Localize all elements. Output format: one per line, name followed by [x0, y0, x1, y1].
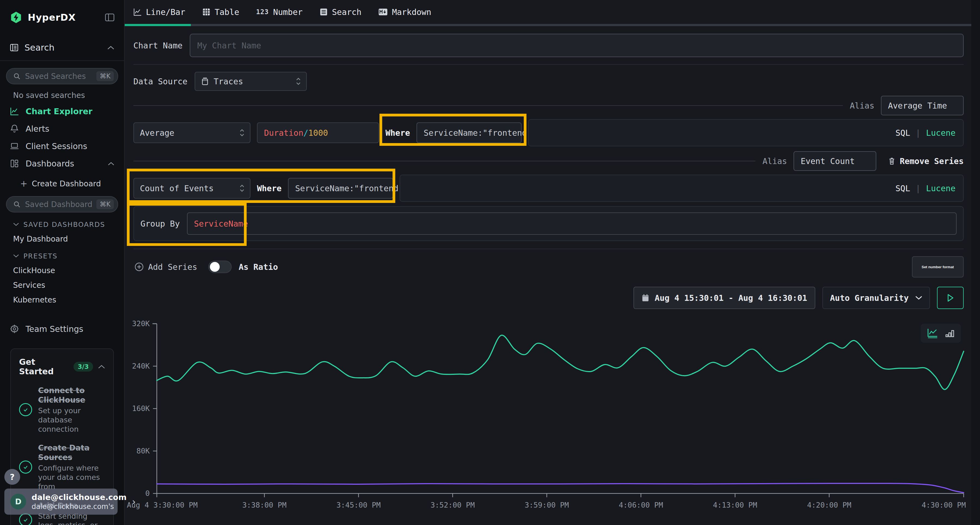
divider: [134, 161, 756, 161]
plus-icon: +: [20, 178, 27, 189]
add-series-button[interactable]: Add Series: [134, 262, 197, 272]
hyperdx-logo-icon: [10, 11, 22, 24]
sidebar-collapse-icon[interactable]: [105, 13, 115, 22]
get-started-item[interactable]: Create Data Sources Configure where your…: [19, 443, 105, 491]
svg-text:4:30:00 PM: 4:30:00 PM: [921, 501, 966, 509]
chart-icon: [10, 107, 19, 115]
user-menu[interactable]: D dale@clickhouse.com dale@clickhouse.co…: [4, 489, 118, 515]
bar-chart-toggle-icon[interactable]: [945, 328, 955, 338]
date-range-picker[interactable]: Aug 4 15:30:01 - Aug 4 16:30:01: [633, 287, 815, 309]
sidebar-item-team-settings[interactable]: Team Settings: [5, 320, 119, 338]
markdown-icon: [379, 8, 388, 16]
chart-type-tabbar: Line/Bar Table 123 Number Search Markdow…: [125, 0, 971, 26]
sidebar-item-services[interactable]: Services: [5, 278, 119, 292]
saved-dashboards-section[interactable]: SAVED DASHBOARDS: [5, 217, 119, 232]
group-by-input[interactable]: ServiceName: [187, 213, 957, 235]
set-number-format-button[interactable]: Set number format: [912, 256, 964, 278]
sidebar-section-search[interactable]: Search: [0, 35, 124, 61]
chevron-up-icon: [107, 45, 115, 50]
chevron-down-icon: [915, 296, 922, 300]
data-source-label: Data Source: [134, 77, 188, 86]
help-button[interactable]: ?: [4, 469, 20, 485]
sidebar-item-label: Dashboards: [25, 159, 74, 168]
query-editor-1[interactable]: SQL | Lucene: [528, 119, 964, 146]
chart-area: 080K160K240K320KAug 4 3:30:00 PM3:38:00 …: [134, 313, 964, 525]
saved-dashboards-input[interactable]: ⌘K: [6, 196, 118, 213]
svg-text:3:38:00 PM: 3:38:00 PM: [242, 501, 286, 509]
svg-text:3:45:00 PM: 3:45:00 PM: [336, 501, 381, 509]
chevron-down-icon: [13, 254, 19, 258]
svg-text:240K: 240K: [132, 362, 150, 370]
get-started-title: Get Started: [19, 357, 68, 376]
as-ratio-toggle[interactable]: [208, 260, 232, 273]
sidebar-item-kubernetes[interactable]: Kubernetes: [5, 292, 119, 307]
saved-searches-field[interactable]: [25, 72, 92, 81]
actions-row: Add Series As Ratio Set number format: [134, 256, 964, 278]
divider: [134, 64, 964, 65]
tab-number[interactable]: 123 Number: [255, 0, 304, 24]
tab-table[interactable]: Table: [200, 0, 241, 24]
get-started-item[interactable]: Connect to ClickHouse Set up your databa…: [19, 385, 105, 434]
saved-searches-input[interactable]: ⌘K: [6, 68, 118, 84]
shortcut-badge: ⌘K: [96, 199, 114, 209]
alias-input-2[interactable]: Event Count: [794, 151, 876, 171]
sidebar-item-alerts[interactable]: Alerts: [5, 120, 119, 137]
sidebar-item-label: Chart Explorer: [25, 106, 92, 116]
line-chart-toggle-icon[interactable]: [927, 328, 938, 338]
time-controls-row: Aug 4 15:30:01 - Aug 4 16:30:01 Auto Gra…: [134, 287, 964, 309]
tab-markdown[interactable]: Markdown: [377, 0, 433, 24]
search-section-icon: [10, 43, 19, 52]
alias-row-2: Alias Event Count Remove Series: [134, 151, 964, 171]
query-editor-2[interactable]: SQL | Lucene: [399, 174, 964, 202]
create-dashboard-button[interactable]: + Create Dashboard: [5, 176, 119, 191]
chevron-right-icon: ›: [132, 496, 136, 507]
where-input-2[interactable]: ServiceName:"frontend": [288, 178, 393, 198]
granularity-select[interactable]: Auto Granularity: [822, 287, 930, 309]
line-chart-icon: [134, 8, 142, 16]
remove-series-button[interactable]: Remove Series: [888, 156, 964, 166]
svg-text:320K: 320K: [132, 319, 150, 328]
chevron-up-icon: [108, 162, 115, 166]
sidebar-item-my-dashboard[interactable]: My Dashboard: [5, 232, 119, 246]
toggle-knob: [210, 262, 220, 272]
user-subtitle: dale@clickhouse.com's: [32, 503, 127, 511]
laptop-icon: [10, 142, 19, 150]
divider: [134, 105, 843, 106]
svg-text:160K: 160K: [132, 404, 150, 412]
sql-mode-button[interactable]: SQL: [895, 184, 910, 193]
lucene-mode-button[interactable]: Lucene: [926, 128, 956, 138]
main-panel: Line/Bar Table 123 Number Search Markdow…: [125, 0, 971, 525]
bell-icon: [10, 124, 19, 133]
search-section-label: Search: [24, 43, 54, 53]
sidebar-item-chart-explorer[interactable]: Chart Explorer: [5, 103, 119, 120]
sidebar-item-clickhouse[interactable]: ClickHouse: [5, 263, 119, 278]
where-input-1[interactable]: ServiceName:"frontend": [417, 122, 522, 143]
chart-name-input[interactable]: [197, 41, 956, 50]
sidebar-item-dashboards[interactable]: Dashboards: [5, 155, 119, 172]
sql-mode-button[interactable]: SQL: [895, 128, 910, 138]
alias-input-1[interactable]: Average Time: [881, 96, 964, 115]
run-query-button[interactable]: [937, 287, 964, 309]
search-icon: [13, 72, 21, 80]
divider: |: [916, 128, 921, 138]
aggregation-select-1[interactable]: Average: [134, 122, 250, 143]
chart-name-input-wrap: [190, 34, 964, 57]
presets-section[interactable]: PRESETS: [5, 249, 119, 263]
check-circle-icon: [19, 513, 32, 525]
lucene-mode-button[interactable]: Lucene: [926, 184, 956, 193]
svg-text:3:52:00 PM: 3:52:00 PM: [431, 501, 475, 509]
aggregation-select-2[interactable]: Count of Events: [134, 178, 250, 198]
sidebar-item-client-sessions[interactable]: Client Sessions: [5, 137, 119, 155]
tab-line-bar[interactable]: Line/Bar: [132, 0, 187, 24]
tab-search[interactable]: Search: [318, 0, 363, 24]
field-expression-input[interactable]: Duration/1000: [257, 122, 379, 143]
chevron-up-icon[interactable]: [98, 365, 105, 369]
data-source-select[interactable]: Traces: [195, 72, 307, 91]
series-row-2: Count of Events Where ServiceName:"front…: [134, 174, 964, 202]
team-settings-label: Team Settings: [25, 324, 83, 334]
divider: [134, 249, 964, 249]
svg-text:80K: 80K: [136, 447, 150, 455]
saved-dashboards-field[interactable]: [25, 200, 92, 209]
get-started-badge: 3/3: [73, 362, 93, 371]
svg-text:4:20:00 PM: 4:20:00 PM: [807, 501, 851, 509]
